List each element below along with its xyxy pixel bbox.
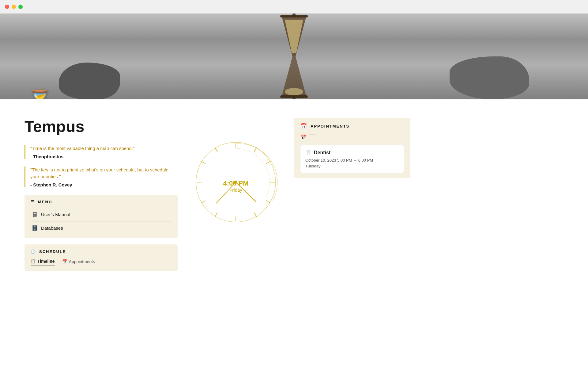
tab-appointments-label: Appointments [69, 259, 95, 264]
page-title: Tempus [24, 118, 178, 135]
appointments-divider [309, 135, 316, 135]
rock-right [450, 56, 529, 99]
hamburger-icon: ☰ [31, 200, 35, 204]
svg-line-13 [254, 148, 257, 152]
database-icon: 🗄️ [32, 225, 38, 231]
schedule-header-label: SCHEDULE [39, 249, 66, 254]
appointment-card-dentist[interactable]: 🦷 Dentist October 10, 2023 5:00 PM → 6:0… [300, 145, 404, 173]
right-column: 📅 APPOINTMENTS 📅 🦷 Dentist October 10, 2… [294, 118, 410, 271]
quote-block-1: "Time is the most valuable thing a man c… [24, 145, 178, 159]
quote-author-1: - Theophrastus [30, 154, 178, 159]
quote-block-2: "The key is not to prioritize what's on … [24, 167, 178, 187]
tab-timeline-label: Timeline [37, 259, 55, 264]
menu-section: ☰ MENU 📓 User's Manual 🗄️ Databases [24, 195, 178, 238]
quote-text-2: "The key is not to prioritize what's on … [30, 167, 178, 180]
svg-line-18 [201, 201, 205, 203]
clock-hour: 4:08 PM [223, 179, 248, 187]
menu-item-label-databases: Databases [41, 225, 63, 231]
appointments-section: 📅 APPOINTMENTS 📅 🦷 Dentist October 10, 2… [294, 118, 410, 178]
hourglass-page-icon: ⏳ [28, 90, 52, 99]
left-column: Tempus "Time is the most valuable thing … [24, 118, 178, 271]
appointment-time: October 10, 2023 5:00 PM → 6:00 PM [305, 158, 399, 163]
clock-day: Friday [223, 187, 248, 193]
svg-line-14 [266, 161, 270, 164]
tooth-icon: 🦷 [305, 150, 311, 155]
calendar-small-icon: 📅 [300, 134, 306, 140]
appointment-date: October 10, 2023 [305, 158, 336, 163]
menu-header: ☰ MENU [31, 200, 172, 204]
menu-item-databases[interactable]: 🗄️ Databases [31, 223, 172, 233]
minimize-button[interactable] [12, 5, 16, 9]
tab-timeline[interactable]: 📋 Timeline [31, 259, 55, 266]
hourglass-banner-svg [276, 13, 312, 99]
appointment-day: Tuesday [305, 164, 399, 168]
svg-line-17 [215, 213, 217, 217]
menu-item-label-users-manual: User's Manual [41, 212, 70, 217]
center-column: 4:08 PM Friday [190, 118, 282, 271]
appointment-end: 6:00 PM [358, 158, 373, 163]
appointments-header-label: APPOINTMENTS [311, 124, 349, 128]
appointment-title: 🦷 Dentist [305, 150, 399, 155]
schedule-section: 🕐 SCHEDULE 📋 Timeline 📅 Appointments [24, 244, 178, 271]
hero-background [0, 13, 588, 99]
main-content: Tempus "Time is the most valuable thing … [0, 99, 429, 283]
appointment-start: 5:00 PM [337, 158, 352, 163]
hero-banner: ⏳ [0, 13, 588, 99]
tab-appointments[interactable]: 📅 Appointments [62, 259, 95, 266]
svg-line-19 [201, 161, 205, 164]
svg-line-20 [215, 148, 217, 152]
notebook-icon: 📓 [32, 212, 38, 217]
schedule-header: 🕐 SCHEDULE [31, 249, 172, 254]
svg-point-7 [285, 88, 303, 95]
clock-icon: 🕐 [31, 249, 36, 254]
menu-header-label: MENU [38, 200, 52, 204]
analog-clock: 4:08 PM Friday [190, 136, 282, 228]
schedule-tabs: 📋 Timeline 📅 Appointments [31, 259, 172, 266]
svg-line-16 [254, 213, 257, 217]
timeline-icon: 📋 [31, 259, 36, 263]
close-button[interactable] [5, 5, 9, 9]
menu-divider [31, 221, 172, 221]
clock-time-display: 4:08 PM Friday [223, 179, 248, 193]
appointment-name: Dentist [314, 150, 330, 155]
quote-author-2: - Stephen R. Covey [30, 182, 178, 187]
maximize-button[interactable] [18, 5, 23, 9]
svg-rect-4 [280, 15, 308, 17]
calendar-header-icon: 📅 [300, 123, 307, 129]
quote-text-1: "Time is the most valuable thing a man c… [30, 145, 178, 152]
titlebar [0, 0, 588, 13]
rock-left [59, 63, 120, 99]
appointments-header: 📅 APPOINTMENTS [300, 123, 404, 129]
appointments-tab-icon: 📅 [62, 259, 67, 264]
svg-rect-5 [280, 95, 308, 98]
menu-item-users-manual[interactable]: 📓 User's Manual [31, 209, 172, 220]
svg-line-15 [266, 201, 270, 203]
